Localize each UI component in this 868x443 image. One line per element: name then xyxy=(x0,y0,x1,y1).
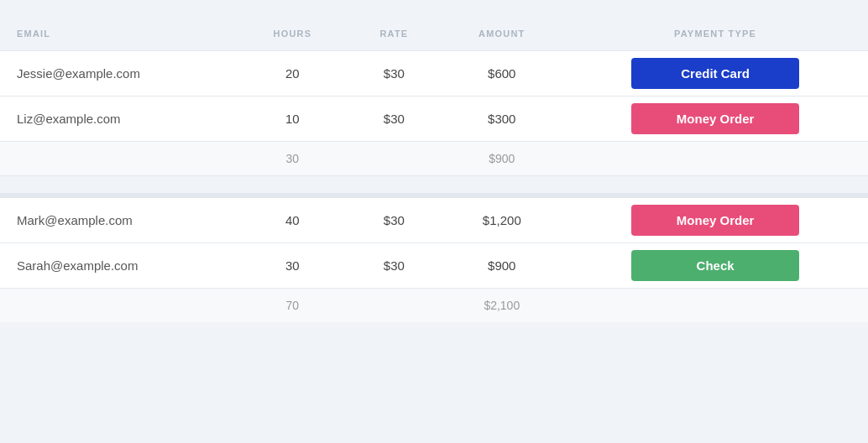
cell-amount: $1,200 xyxy=(441,195,562,243)
payment-badge: Money Order xyxy=(631,205,799,236)
subtotal-empty-payment xyxy=(562,142,868,176)
spacer-row xyxy=(0,176,868,196)
cell-hours: 30 xyxy=(238,243,347,289)
subtotal-empty-payment xyxy=(562,289,868,323)
subtotal-empty-rate xyxy=(347,142,441,176)
cell-payment-type[interactable]: Money Order xyxy=(562,195,868,243)
header-hours: HOURS xyxy=(238,17,347,51)
billing-table: EMAIL HOURS RATE AMOUNT PAYMENT TYPE Jes… xyxy=(0,17,868,322)
main-table-container: EMAIL HOURS RATE AMOUNT PAYMENT TYPE Jes… xyxy=(0,17,868,322)
cell-payment-type[interactable]: Check xyxy=(562,243,868,289)
payment-badge: Check xyxy=(631,250,799,281)
payment-badge: Money Order xyxy=(631,103,799,134)
cell-email: Jessie@example.com xyxy=(0,51,238,96)
table-header-row: EMAIL HOURS RATE AMOUNT PAYMENT TYPE xyxy=(0,17,868,51)
subtotal-amount: $2,100 xyxy=(441,289,562,323)
cell-rate: $30 xyxy=(347,96,441,142)
cell-hours: 10 xyxy=(238,96,347,142)
subtotal-empty-email xyxy=(0,142,238,176)
header-payment-type: PAYMENT TYPE xyxy=(562,17,868,51)
cell-payment-type[interactable]: Money Order xyxy=(562,96,868,142)
cell-rate: $30 xyxy=(347,195,441,243)
subtotal-hours: 30 xyxy=(238,142,347,176)
table-row: Liz@example.com10$30$300Money Order xyxy=(0,96,868,142)
cell-email: Sarah@example.com xyxy=(0,243,238,289)
subtotal-row: 70$2,100 xyxy=(0,289,868,323)
cell-hours: 40 xyxy=(238,195,347,243)
subtotal-hours: 70 xyxy=(238,289,347,323)
subtotal-amount: $900 xyxy=(441,142,562,176)
subtotal-empty-email xyxy=(0,289,238,323)
cell-payment-type[interactable]: Credit Card xyxy=(562,51,868,96)
cell-amount: $300 xyxy=(441,96,562,142)
cell-amount: $900 xyxy=(441,243,562,289)
payment-badge: Credit Card xyxy=(631,58,799,89)
cell-email: Liz@example.com xyxy=(0,96,238,142)
subtotal-row: 30$900 xyxy=(0,142,868,176)
table-row: Mark@example.com40$30$1,200Money Order xyxy=(0,195,868,243)
cell-hours: 20 xyxy=(238,51,347,96)
cell-rate: $30 xyxy=(347,243,441,289)
header-rate: RATE xyxy=(347,17,441,51)
header-amount: AMOUNT xyxy=(441,17,562,51)
cell-email: Mark@example.com xyxy=(0,195,238,243)
table-row: Jessie@example.com20$30$600Credit Card xyxy=(0,51,868,96)
cell-rate: $30 xyxy=(347,51,441,96)
table-row: Sarah@example.com30$30$900Check xyxy=(0,243,868,289)
cell-amount: $600 xyxy=(441,51,562,96)
subtotal-empty-rate xyxy=(347,289,441,323)
header-email: EMAIL xyxy=(0,17,238,51)
